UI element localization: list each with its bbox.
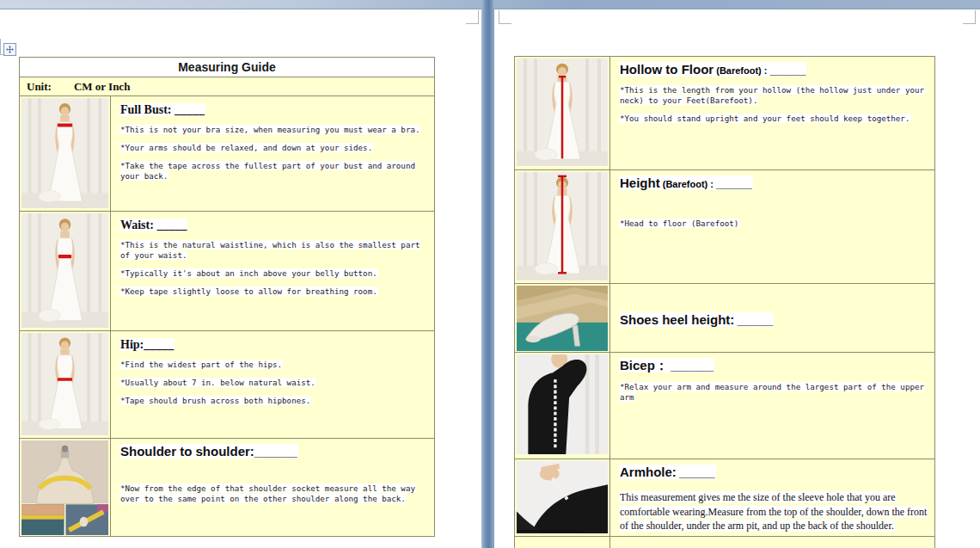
hollow-to-floor-image-cell	[515, 57, 610, 169]
table-move-icon[interactable]	[3, 43, 16, 56]
hip-row: Hip:_____ *Find the widest part of the h…	[20, 330, 434, 438]
height-row: Height (Barefoot) : _____ *Head to floor…	[515, 169, 934, 283]
armhole-paragraph: This measurement gives me the size of th…	[619, 490, 931, 533]
bicep-row: Bicep： ______ *Relax your arm and measur…	[515, 352, 934, 459]
unit-row: Unit: CM or Inch	[20, 77, 434, 95]
waist-row: Waist: _____ *This is the natural waistl…	[20, 211, 434, 330]
hollow-to-floor-row: Hollow to Floor (Barefoot) : _____ *This…	[515, 57, 934, 169]
measuring-guide-table-left: Measuring Guide Unit: CM or Inch Full Bu…	[19, 57, 435, 537]
bicep-text-cell: Bicep： ______ *Relax your arm and measur…	[610, 353, 934, 459]
bride-red-band-at-waist-photo	[21, 213, 108, 328]
bullet: *This is the length from your hollow (th…	[619, 85, 931, 106]
bullet: *Now from the edge of that shoulder sock…	[119, 483, 431, 504]
bicep-measuring-photo	[517, 354, 608, 454]
page-gap-background	[481, 0, 493, 548]
bullet: *Find the widest part of the hips.	[119, 360, 431, 370]
shoulder-text-cell: Shoulder to shoulder:______ *Now from th…	[111, 439, 434, 536]
armhole-image-cell	[515, 459, 610, 536]
bullet: *Keep tape slightly loose to allow for b…	[119, 286, 431, 297]
high-heel-shoe-photo	[517, 286, 608, 351]
bullet: *Usually about 7 in. below natural waist…	[119, 378, 431, 388]
full-bust-text-cell: Full Bust: _____ *This is not your bra s…	[111, 96, 434, 211]
hip-image-cell	[20, 331, 111, 438]
unit-label: Unit:	[27, 77, 52, 95]
hip-text-cell: Hip:_____ *Find the widest part of the h…	[111, 331, 434, 438]
shoulder-image-cell	[20, 439, 111, 536]
height-text-cell: Height (Barefoot) : _____ *Head to floor…	[610, 170, 934, 283]
word-workspace: { "accent_colors": { "cell_yellow": "#ff…	[0, 0, 980, 548]
full-bust-image-cell	[20, 96, 111, 211]
shoulder-row: Shoulder to shoulder:______ *Now from th…	[20, 438, 434, 536]
bullet: *Take the tape across the fullest part o…	[119, 161, 431, 182]
armhole-row: Armhole: _____ This measurement gives me…	[515, 459, 934, 536]
bride-red-band-at-hip-photo	[21, 333, 108, 435]
armhole-measuring-photo	[517, 461, 608, 533]
unit-value: CM or Inch	[74, 77, 130, 95]
bicep-heading: Bicep： ______	[619, 358, 714, 373]
next-row-partial	[515, 536, 934, 548]
height-image-cell	[515, 170, 610, 283]
margin-crop-mark	[499, 10, 511, 24]
bullet: *Typically it's about an inch above your…	[119, 268, 431, 279]
bullet: *Your arms should be relaxed, and down a…	[119, 143, 431, 153]
shoulder-heading: Shoulder to shoulder:______	[119, 444, 298, 459]
hollow-to-floor-heading: Hollow to Floor (Barefoot) : _____	[619, 62, 806, 77]
full-bust-heading: Full Bust: _____	[119, 103, 205, 116]
waist-heading: Waist: _____	[119, 219, 187, 231]
waist-text-cell: Waist: _____ *This is the natural waistl…	[111, 212, 434, 330]
shoes-heel-text-cell: Shoes heel height: _____	[610, 284, 934, 352]
bicep-image-cell	[515, 353, 610, 459]
margin-crop-mark	[466, 10, 479, 24]
waist-image-cell	[20, 212, 111, 330]
shoes-heel-heading: Shoes heel height: _____	[619, 312, 774, 327]
bullet: *This is not your bra size, when measuri…	[119, 125, 431, 135]
shoes-heel-image-cell	[515, 284, 610, 352]
bullet: *Relax your arm and measure around the l…	[619, 382, 931, 403]
measuring-guide-table-right: Hollow to Floor (Barefoot) : _____ *This…	[514, 56, 935, 548]
bullet: *You should stand upright and your feet …	[619, 114, 931, 124]
hip-heading: Hip:_____	[119, 338, 175, 351]
shoes-heel-row: Shoes heel height: _____	[515, 283, 934, 352]
next-row-text-cell	[610, 537, 934, 548]
hollow-to-floor-text-cell: Hollow to Floor (Barefoot) : _____ *This…	[610, 57, 934, 169]
bullet: *This is the natural waistline, which is…	[119, 240, 431, 261]
full-bust-row: Full Bust: _____ *This is not your bra s…	[20, 95, 434, 211]
armhole-heading: Armhole: _____	[619, 465, 716, 479]
height-heading: Height (Barefoot) : _____	[619, 175, 753, 190]
next-row-image-cell	[515, 537, 610, 548]
bullet: *Head to floor (Barefoot)	[619, 219, 931, 229]
title-text: Measuring Guide	[20, 58, 434, 77]
shoulder-measuring-collage-photo	[21, 440, 108, 535]
armhole-text-cell: Armhole: _____ This measurement gives me…	[610, 459, 934, 536]
bride-red-line-hollow-to-floor-photo	[517, 58, 608, 166]
bullet: *Tape should brush across both hipbones.	[119, 396, 431, 406]
bride-red-line-head-to-floor-photo	[517, 172, 608, 280]
page-title: Measuring Guide	[20, 58, 434, 77]
bride-red-band-at-bust-photo	[21, 98, 108, 208]
margin-crop-mark	[963, 10, 976, 24]
